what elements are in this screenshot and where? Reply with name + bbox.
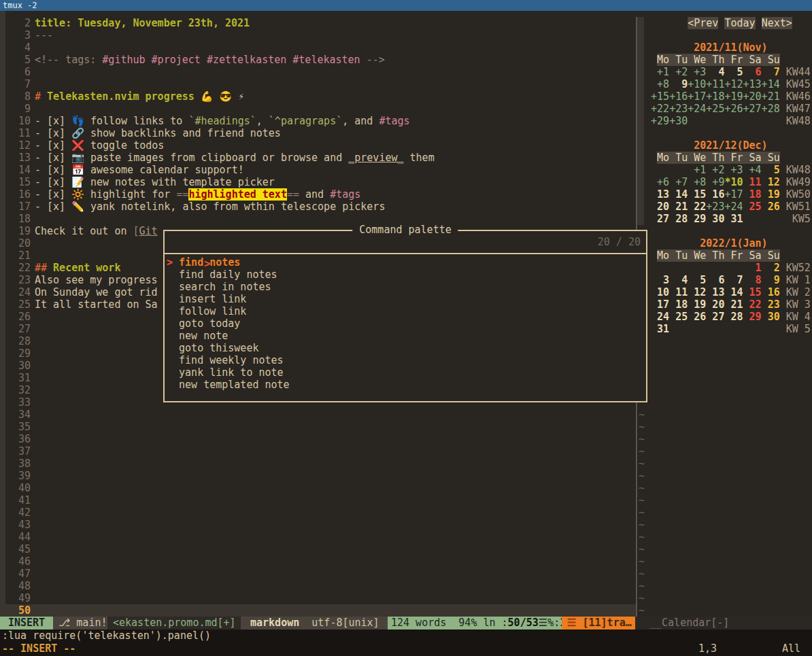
buffer-line[interactable]: 35: [0, 421, 636, 433]
text-token[interactable]: 20 21 22: [651, 201, 706, 213]
buffer-line[interactable]: 37: [0, 445, 636, 458]
buffer-line[interactable]: 12- [x] ❌ toggle todos: [0, 139, 636, 152]
calendar-nav-button[interactable]: Next>: [762, 17, 792, 29]
text-token[interactable]: 27 28 29 30 31: [651, 213, 743, 225]
buffer-line[interactable]: 49: [0, 592, 636, 604]
buffer-line[interactable]: 7: [0, 78, 636, 90]
text-token[interactable]: 6: [743, 66, 762, 78]
text-token[interactable]: 15: [743, 286, 762, 298]
text-token[interactable]: 7: [762, 66, 780, 78]
text-token[interactable]: 22: [743, 298, 762, 311]
buffer-line[interactable]: 18: [0, 213, 636, 225]
text-token[interactable]: 5: [762, 164, 780, 176]
buffer-line[interactable]: 15- [x] 📝 new notes with template picker: [0, 176, 636, 188]
text-token: [167, 366, 179, 379]
text-token: main!: [76, 617, 107, 629]
palette-item[interactable]: insert link: [167, 293, 646, 305]
palette-item[interactable]: new note: [167, 330, 646, 342]
command-line[interactable]: :lua require('telekasten').panel(): [0, 629, 812, 642]
line-number: 14: [0, 164, 31, 176]
text-token[interactable]: 16: [762, 286, 780, 298]
text-token[interactable]: 2: [762, 262, 780, 274]
line-number: 28: [0, 335, 31, 347]
text-token[interactable]: 12: [762, 176, 780, 188]
text-token[interactable]: 29: [743, 311, 762, 323]
buffer-line[interactable]: 2title: Tuesday, November 23th, 2021: [0, 17, 636, 29]
calendar-nav-button[interactable]: Today: [724, 17, 755, 29]
buffer-line[interactable]: 41: [0, 494, 636, 506]
text-token[interactable]: 13 14 15 16: [651, 188, 724, 201]
buffer-line[interactable]: 38: [0, 458, 636, 470]
buffer-line[interactable]: 8# Telekasten.nvim progress 💪 😎 ⚡: [0, 90, 636, 103]
buffer-line[interactable]: 36: [0, 433, 636, 445]
buffer-line[interactable]: 34: [0, 409, 636, 421]
text-token[interactable]: 19: [762, 188, 780, 201]
buffer-line[interactable]: 17- [x] ✏️ yank notelink, also from wthi…: [0, 201, 636, 213]
buffer-line[interactable]: 16- [x] 🔆 highlight for ==highlighted te…: [0, 188, 636, 201]
text-token[interactable]: 18: [743, 188, 762, 201]
buffer-line[interactable]: 47: [0, 568, 636, 580]
calendar-pane[interactable]: <Prev Today Next> 2021/11(Nov) Mo Tu We …: [639, 17, 811, 335]
text-token[interactable]: 17 18 19 20 21: [651, 298, 743, 311]
line-number: 26: [0, 311, 31, 323]
text-token[interactable]: 4 5: [706, 66, 743, 78]
text-token[interactable]: 10 11 12 13 14: [651, 286, 743, 298]
text-token[interactable]: 30: [762, 311, 780, 323]
text-token[interactable]: 9: [762, 274, 780, 286]
buffer-line[interactable]: 14- [x] 📅 awesome calendar support!: [0, 164, 636, 176]
text-token[interactable]: +8: [651, 78, 669, 90]
calendar-nav-button[interactable]: <Prev: [688, 17, 718, 29]
text-token[interactable]: +1 +2 +3: [651, 66, 706, 78]
buffer-line[interactable]: 39: [0, 470, 636, 482]
text-token[interactable]: +1 +2 +3 +4: [688, 164, 761, 176]
buffer-line[interactable]: 45: [0, 543, 636, 555]
text-token[interactable]: +10+11+12+13+14: [688, 78, 779, 90]
text-token[interactable]: 26: [762, 201, 780, 213]
text-token[interactable]: +15+16+17+18+19+20+21: [651, 90, 780, 103]
text-token[interactable]: 1: [743, 262, 762, 274]
text-token[interactable]: +17: [724, 188, 743, 201]
buffer-line[interactable]: 11- [x] 🔗 show backlinks and friend note…: [0, 127, 636, 139]
buffer-cursor-line[interactable]: 50: [0, 604, 636, 617]
text-token[interactable]: +22+23+24+25+26+27+28: [651, 103, 780, 115]
text-token[interactable]: *10: [724, 176, 743, 188]
palette-item[interactable]: find weekly notes: [167, 354, 646, 366]
palette-item[interactable]: search in notes: [167, 281, 646, 293]
text-token[interactable]: 9: [669, 78, 688, 90]
palette-item[interactable]: goto thisweek: [167, 342, 646, 354]
palette-item[interactable]: yank link to note: [167, 366, 646, 379]
text-token[interactable]: +6 +7 +8 +9: [651, 176, 724, 188]
text-token: title: Tuesday, November 23th, 2021: [35, 17, 250, 29]
buffer-line[interactable]: 44: [0, 531, 636, 543]
palette-item[interactable]: goto today: [167, 317, 646, 330]
buffer-line[interactable]: 4: [0, 41, 636, 54]
buffer-line[interactable]: 13- [x] 📷 paste images from clipboard or…: [0, 152, 636, 164]
text-token[interactable]: 31: [651, 323, 669, 335]
calendar-line: +6 +7 +8 +9*10 11 12 KW49: [639, 176, 811, 188]
text-token[interactable]: 11: [743, 176, 762, 188]
buffer-line[interactable]: 5<!-- tags: #github #project #zettelkast…: [0, 54, 636, 66]
buffer-line[interactable]: 10- [x] 👣 follow links to `#headings`, `…: [0, 115, 636, 127]
buffer-line[interactable]: 43: [0, 519, 636, 531]
text-token[interactable]: 24 25 26 27 28: [651, 311, 743, 323]
text-token[interactable]: 3 4 5 6 7: [651, 274, 743, 286]
text-token[interactable]: +23+24: [706, 201, 743, 213]
buffer-line[interactable]: 42: [0, 506, 636, 519]
palette-item[interactable]: follow link: [167, 305, 646, 317]
text-token[interactable]: 25: [743, 201, 762, 213]
palette-item[interactable]: find daily notes: [167, 269, 646, 281]
palette-prompt[interactable]: > 20 / 20: [165, 231, 646, 254]
buffer-line[interactable]: 9: [0, 103, 636, 115]
text-token[interactable]: +29+30: [651, 115, 688, 127]
line-number: 33: [0, 396, 31, 409]
palette-item[interactable]: new templated note: [167, 379, 646, 391]
palette-item-selected[interactable]: > find notes: [167, 256, 646, 269]
buffer-line[interactable]: 46: [0, 555, 636, 568]
text-token[interactable]: 8: [743, 274, 762, 286]
text-token[interactable]: 23: [762, 298, 780, 311]
line-text: Check it out on [Git: [35, 225, 158, 237]
buffer-line[interactable]: 6: [0, 66, 636, 78]
buffer-line[interactable]: 48: [0, 580, 636, 592]
buffer-line[interactable]: 3---: [0, 29, 636, 41]
buffer-line[interactable]: 40: [0, 482, 636, 494]
